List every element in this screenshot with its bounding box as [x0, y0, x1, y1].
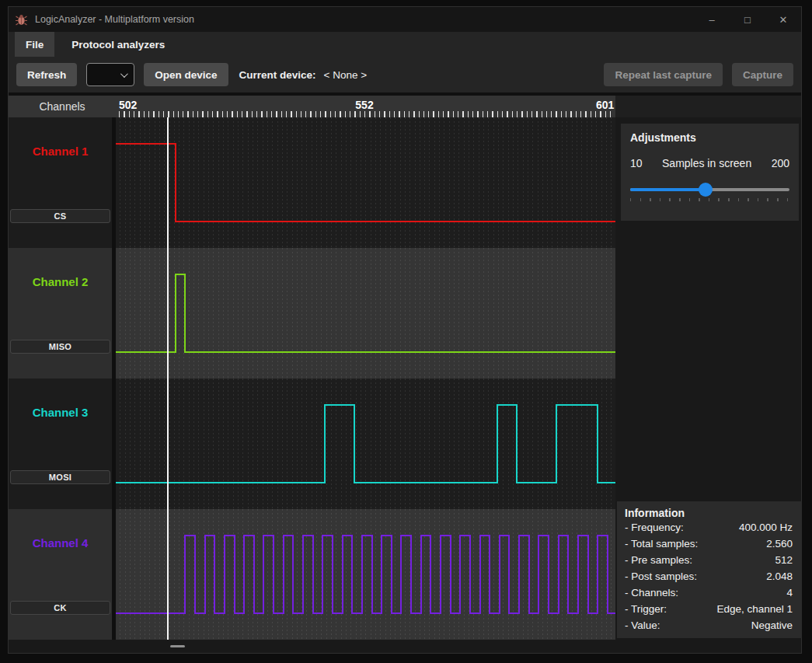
channel-cell: Channel 3 MOSI [9, 379, 112, 509]
channels-label: Channels [39, 100, 85, 113]
header-right-spacer [615, 96, 801, 117]
horizontal-scrollbar-thumb[interactable] [170, 645, 185, 647]
signal-name: CK [54, 603, 67, 612]
info-row: - Post samples:2.048 [625, 568, 793, 584]
samples-slider[interactable] [630, 188, 789, 201]
adjustments-panel: Adjustments 10 Samples in screen 200 [621, 124, 799, 221]
signal-name: MISO [49, 342, 71, 351]
app-icon [15, 13, 28, 26]
trigger-line [167, 117, 169, 640]
maximize-button[interactable]: □ [730, 7, 765, 32]
slider-fill [630, 188, 706, 191]
ruler-ticks [119, 111, 614, 117]
channel-name: Channel 4 [9, 536, 112, 550]
samples-min: 10 [630, 157, 643, 169]
waveform-mosi [116, 405, 615, 483]
menubar: File Protocol analyzers [9, 32, 801, 57]
repeat-last-capture-button[interactable]: Repeat last capture [604, 63, 723, 86]
waveform-cs [116, 144, 615, 222]
window-title: LogicAnalyzer - Multiplatform version [35, 14, 194, 25]
ruler-label: 552 [355, 99, 373, 111]
samples-max: 200 [772, 157, 789, 169]
ruler-label: 601 [596, 99, 614, 111]
waveform-miso [116, 274, 615, 352]
current-device-value: < None > [324, 69, 368, 81]
samples-label: Samples in screen [662, 157, 751, 169]
menu-item-file[interactable]: File [15, 32, 54, 57]
info-value: 400.000 Hz [739, 519, 793, 536]
info-value: Negative [751, 617, 793, 633]
info-row: - Value:Negative [625, 617, 793, 633]
open-device-button[interactable]: Open device [144, 63, 228, 86]
app-window: LogicAnalyzer - Multiplatform version – … [8, 6, 802, 654]
information-title: Information [625, 507, 793, 519]
slider-thumb[interactable] [699, 183, 713, 197]
waveform-svg [116, 117, 615, 640]
signal-name: CS [54, 211, 67, 221]
capture-button[interactable]: Capture [732, 63, 793, 86]
info-label: - Total samples: [625, 536, 698, 552]
minimize-button[interactable]: – [694, 7, 730, 32]
info-label: - Channels: [625, 584, 678, 601]
channel-name: Channel 1 [9, 145, 112, 158]
info-value: 512 [775, 552, 793, 568]
info-row: - Trigger:Edge, channel 1 [625, 601, 793, 617]
info-value: 2.048 [766, 568, 793, 584]
right-panel-column: Adjustments 10 Samples in screen 200 Inf… [615, 117, 801, 640]
info-value: Edge, channel 1 [716, 601, 793, 617]
signal-name-box[interactable]: MISO [10, 340, 110, 354]
info-label: - Trigger: [625, 601, 667, 617]
info-label: - Frequency: [625, 519, 684, 536]
info-row: - Channels:4 [625, 584, 793, 601]
signal-name-box[interactable]: CK [10, 601, 110, 615]
slider-track[interactable] [630, 188, 789, 191]
channel-list: Channel 1 CS Channel 2 MISO Channel 3 MO… [9, 117, 112, 640]
waveform-ck [116, 536, 615, 613]
info-label: - Value: [625, 617, 660, 633]
channel-name: Channel 3 [9, 406, 112, 419]
info-value: 4 [786, 584, 793, 601]
current-device-label: Current device: [239, 69, 316, 81]
chevron-down-icon [120, 70, 128, 78]
toolbar: Refresh Open device Current device: < No… [9, 57, 801, 92]
info-value: 2.560 [766, 536, 793, 552]
info-row: - Pre samples:512 [625, 552, 793, 568]
menu-item-protocol-analyzers[interactable]: Protocol analyzers [61, 32, 176, 57]
sample-ruler[interactable]: 502552601 [116, 96, 615, 117]
ruler-label: 502 [119, 99, 137, 111]
info-label: - Pre samples: [625, 552, 692, 568]
horizontal-scrollbar[interactable] [9, 640, 801, 653]
window-controls: – □ ✕ [694, 7, 801, 32]
channel-name: Channel 2 [9, 275, 112, 288]
information-panel: Information - Frequency:400.000 Hz - Tot… [617, 501, 802, 638]
channels-header: Channels 502552601 [9, 96, 801, 117]
channel-cell: Channel 4 CK [9, 509, 112, 640]
main-area: Channel 1 CS Channel 2 MISO Channel 3 MO… [9, 117, 801, 640]
channel-cell: Channel 1 CS [9, 117, 112, 248]
info-label: - Post samples: [625, 568, 697, 584]
info-row: - Total samples:2.560 [625, 536, 793, 552]
signal-name-box[interactable]: CS [10, 209, 110, 223]
refresh-button[interactable]: Refresh [16, 63, 77, 86]
info-row: - Frequency:400.000 Hz [625, 519, 793, 536]
close-button[interactable]: ✕ [765, 7, 801, 32]
adjustments-title: Adjustments [630, 131, 789, 144]
waveform-area[interactable] [116, 117, 615, 640]
titlebar: LogicAnalyzer - Multiplatform version – … [9, 7, 801, 32]
device-select[interactable] [86, 63, 134, 86]
channel-cell: Channel 2 MISO [9, 248, 112, 379]
signal-name: MOSI [49, 473, 71, 482]
slider-ticks [630, 198, 789, 201]
signal-name-box[interactable]: MOSI [10, 470, 110, 484]
